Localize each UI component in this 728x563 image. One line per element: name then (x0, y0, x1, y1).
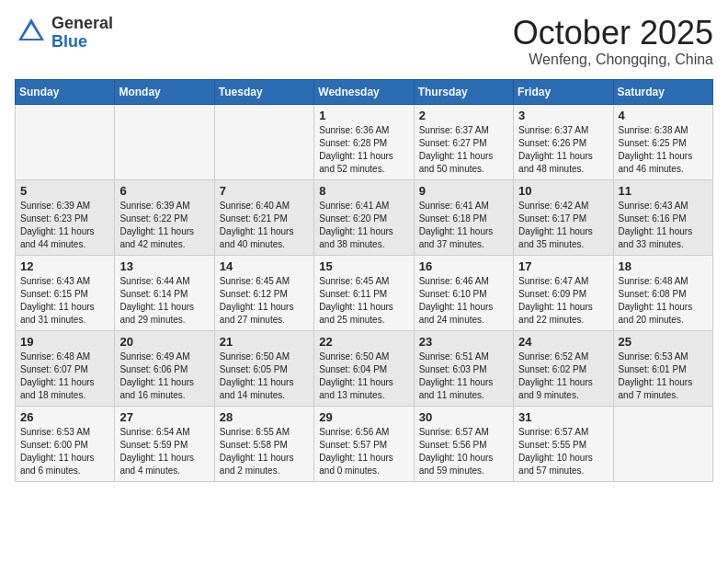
calendar-cell: 6Sunrise: 6:39 AM Sunset: 6:22 PM Daylig… (115, 179, 214, 255)
day-number: 4 (619, 109, 708, 122)
day-info: Sunrise: 6:43 AM Sunset: 6:16 PM Dayligh… (619, 200, 708, 251)
calendar-cell: 17Sunrise: 6:47 AM Sunset: 6:09 PM Dayli… (514, 255, 613, 330)
calendar-week-row: 5Sunrise: 6:39 AM Sunset: 6:23 PM Daylig… (16, 179, 713, 255)
calendar-cell: 24Sunrise: 6:52 AM Sunset: 6:02 PM Dayli… (514, 330, 613, 406)
calendar-cell: 9Sunrise: 6:41 AM Sunset: 6:18 PM Daylig… (414, 179, 513, 255)
day-number: 24 (518, 335, 608, 349)
calendar-cell (613, 406, 712, 481)
day-info: Sunrise: 6:51 AM Sunset: 6:03 PM Dayligh… (419, 350, 508, 402)
day-info: Sunrise: 6:48 AM Sunset: 6:08 PM Dayligh… (619, 275, 708, 327)
day-number: 8 (319, 184, 408, 198)
calendar-cell: 10Sunrise: 6:42 AM Sunset: 6:17 PM Dayli… (514, 179, 613, 255)
day-info: Sunrise: 6:47 AM Sunset: 6:09 PM Dayligh… (518, 275, 608, 327)
calendar-cell (214, 104, 313, 179)
month-title: October 2025 (513, 15, 713, 52)
day-number: 1 (319, 109, 408, 122)
calendar-week-row: 12Sunrise: 6:43 AM Sunset: 6:15 PM Dayli… (16, 255, 713, 330)
day-info: Sunrise: 6:37 AM Sunset: 6:27 PM Dayligh… (419, 124, 508, 176)
location: Wenfeng, Chongqing, China (513, 52, 713, 68)
calendar-cell (115, 104, 214, 179)
weekday-header: Wednesday (314, 79, 414, 104)
day-number: 10 (518, 184, 608, 198)
day-number: 21 (220, 335, 309, 349)
day-number: 18 (619, 259, 708, 273)
day-number: 29 (319, 410, 408, 424)
day-info: Sunrise: 6:39 AM Sunset: 6:22 PM Dayligh… (119, 200, 209, 251)
weekday-header: Thursday (414, 79, 513, 104)
day-number: 28 (220, 410, 309, 424)
calendar-cell: 25Sunrise: 6:53 AM Sunset: 6:01 PM Dayli… (613, 330, 712, 406)
calendar-cell: 15Sunrise: 6:45 AM Sunset: 6:11 PM Dayli… (314, 255, 414, 330)
day-info: Sunrise: 6:49 AM Sunset: 6:06 PM Dayligh… (119, 350, 209, 402)
weekday-header: Saturday (613, 79, 712, 104)
day-info: Sunrise: 6:53 AM Sunset: 6:01 PM Dayligh… (619, 350, 708, 402)
day-info: Sunrise: 6:48 AM Sunset: 6:07 PM Dayligh… (20, 350, 109, 402)
weekday-header: Tuesday (214, 79, 313, 104)
day-number: 23 (419, 335, 508, 349)
day-number: 22 (319, 335, 408, 349)
calendar-cell (16, 104, 115, 179)
day-number: 19 (20, 335, 109, 349)
calendar-cell: 26Sunrise: 6:53 AM Sunset: 6:00 PM Dayli… (16, 406, 115, 481)
day-info: Sunrise: 6:50 AM Sunset: 6:05 PM Dayligh… (220, 350, 309, 402)
day-info: Sunrise: 6:42 AM Sunset: 6:17 PM Dayligh… (518, 200, 608, 251)
day-info: Sunrise: 6:46 AM Sunset: 6:10 PM Dayligh… (419, 275, 508, 327)
day-info: Sunrise: 6:37 AM Sunset: 6:26 PM Dayligh… (518, 124, 608, 176)
day-number: 14 (220, 259, 309, 273)
day-info: Sunrise: 6:41 AM Sunset: 6:18 PM Dayligh… (419, 200, 508, 251)
calendar-cell: 8Sunrise: 6:41 AM Sunset: 6:20 PM Daylig… (314, 179, 414, 255)
calendar-cell: 1Sunrise: 6:36 AM Sunset: 6:28 PM Daylig… (314, 104, 414, 179)
day-number: 15 (319, 259, 408, 273)
calendar-cell: 11Sunrise: 6:43 AM Sunset: 6:16 PM Dayli… (613, 179, 712, 255)
calendar-cell: 28Sunrise: 6:55 AM Sunset: 5:58 PM Dayli… (214, 406, 313, 481)
day-info: Sunrise: 6:44 AM Sunset: 6:14 PM Dayligh… (119, 275, 209, 327)
calendar-cell: 22Sunrise: 6:50 AM Sunset: 6:04 PM Dayli… (314, 330, 414, 406)
day-number: 11 (619, 184, 708, 198)
day-info: Sunrise: 6:45 AM Sunset: 6:11 PM Dayligh… (319, 275, 408, 327)
day-number: 13 (119, 259, 209, 273)
calendar-cell: 16Sunrise: 6:46 AM Sunset: 6:10 PM Dayli… (414, 255, 513, 330)
calendar-table: SundayMondayTuesdayWednesdayThursdayFrid… (15, 79, 713, 482)
day-number: 2 (419, 109, 508, 122)
logo: General Blue (15, 15, 113, 52)
day-info: Sunrise: 6:56 AM Sunset: 5:57 PM Dayligh… (319, 426, 408, 477)
weekday-header: Monday (115, 79, 214, 104)
day-number: 3 (518, 109, 608, 122)
day-info: Sunrise: 6:40 AM Sunset: 6:21 PM Dayligh… (220, 200, 309, 251)
day-number: 17 (518, 259, 608, 273)
calendar-week-row: 19Sunrise: 6:48 AM Sunset: 6:07 PM Dayli… (16, 330, 713, 406)
day-number: 6 (119, 184, 209, 198)
calendar-cell: 14Sunrise: 6:45 AM Sunset: 6:12 PM Dayli… (214, 255, 313, 330)
day-number: 31 (518, 410, 608, 424)
day-info: Sunrise: 6:41 AM Sunset: 6:20 PM Dayligh… (319, 200, 408, 251)
day-info: Sunrise: 6:57 AM Sunset: 5:55 PM Dayligh… (518, 426, 608, 477)
weekday-header: Sunday (16, 79, 115, 104)
calendar-cell: 13Sunrise: 6:44 AM Sunset: 6:14 PM Dayli… (115, 255, 214, 330)
calendar-cell: 29Sunrise: 6:56 AM Sunset: 5:57 PM Dayli… (314, 406, 414, 481)
day-number: 5 (20, 184, 109, 198)
day-number: 16 (419, 259, 508, 273)
day-number: 9 (419, 184, 508, 198)
day-info: Sunrise: 6:36 AM Sunset: 6:28 PM Dayligh… (319, 124, 408, 176)
day-info: Sunrise: 6:54 AM Sunset: 5:59 PM Dayligh… (119, 426, 209, 477)
day-info: Sunrise: 6:53 AM Sunset: 6:00 PM Dayligh… (20, 426, 109, 477)
day-number: 25 (619, 335, 708, 349)
day-info: Sunrise: 6:50 AM Sunset: 6:04 PM Dayligh… (319, 350, 408, 402)
calendar-cell: 18Sunrise: 6:48 AM Sunset: 6:08 PM Dayli… (613, 255, 712, 330)
calendar-cell: 30Sunrise: 6:57 AM Sunset: 5:56 PM Dayli… (414, 406, 513, 481)
calendar-week-row: 1Sunrise: 6:36 AM Sunset: 6:28 PM Daylig… (16, 104, 713, 179)
calendar-cell: 27Sunrise: 6:54 AM Sunset: 5:59 PM Dayli… (115, 406, 214, 481)
calendar-cell: 23Sunrise: 6:51 AM Sunset: 6:03 PM Dayli… (414, 330, 513, 406)
day-number: 26 (20, 410, 109, 424)
calendar-cell: 21Sunrise: 6:50 AM Sunset: 6:05 PM Dayli… (214, 330, 313, 406)
calendar-cell: 31Sunrise: 6:57 AM Sunset: 5:55 PM Dayli… (514, 406, 613, 481)
day-info: Sunrise: 6:55 AM Sunset: 5:58 PM Dayligh… (220, 426, 309, 477)
day-info: Sunrise: 6:39 AM Sunset: 6:23 PM Dayligh… (20, 200, 109, 251)
calendar-cell: 20Sunrise: 6:49 AM Sunset: 6:06 PM Dayli… (115, 330, 214, 406)
calendar-cell: 2Sunrise: 6:37 AM Sunset: 6:27 PM Daylig… (414, 104, 513, 179)
day-info: Sunrise: 6:38 AM Sunset: 6:25 PM Dayligh… (619, 124, 708, 176)
calendar-cell: 4Sunrise: 6:38 AM Sunset: 6:25 PM Daylig… (613, 104, 712, 179)
weekday-header-row: SundayMondayTuesdayWednesdayThursdayFrid… (16, 79, 713, 104)
calendar-cell: 7Sunrise: 6:40 AM Sunset: 6:21 PM Daylig… (214, 179, 313, 255)
day-info: Sunrise: 6:52 AM Sunset: 6:02 PM Dayligh… (518, 350, 608, 402)
